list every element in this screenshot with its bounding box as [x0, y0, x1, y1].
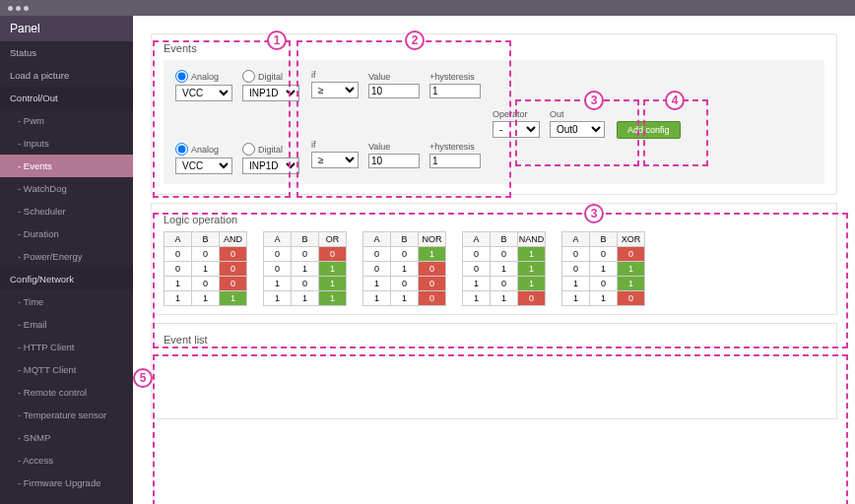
logic-table-nor: ABNOR001010100110 [362, 231, 446, 306]
logic-th: AND [220, 232, 247, 247]
logic-row: 101 [562, 277, 645, 291]
add-config-button[interactable]: Add config [617, 121, 681, 139]
sidebar-sub-httpclient[interactable]: - HTTP Client [0, 336, 133, 358]
sidebar-sub-events[interactable]: - Events [0, 155, 133, 177]
value-label: Value [368, 72, 420, 82]
add-group: Add config [617, 70, 681, 139]
logic-th: B [391, 232, 419, 247]
logic-row: 110 [463, 291, 546, 306]
sidebar-sub-temp[interactable]: - Temperature sensor [0, 404, 133, 426]
logic-row: 011 [562, 262, 645, 277]
events-panel: Events Analog VCC [151, 33, 837, 195]
eventlist-title: Event list [164, 334, 824, 346]
logic-th: B [292, 232, 319, 247]
sidebar-sub-powerenergy[interactable]: - Power/Energy [0, 245, 133, 268]
operator-label: Operator [493, 109, 540, 119]
logic-tables: ABAND000010100111ABOR000011101111ABNOR00… [164, 231, 824, 306]
digital-select-b[interactable]: INP1D [242, 158, 299, 174]
callout-circle-5: 5 [133, 368, 153, 388]
digital-select-a[interactable]: INP1D [242, 85, 299, 101]
logic-row: 101 [264, 277, 347, 291]
value-input-a[interactable] [368, 84, 420, 98]
logic-row: 000 [164, 247, 247, 262]
logic-table-xor: ABXOR000011101110 [561, 231, 645, 306]
logic-row: 110 [562, 291, 645, 306]
out-label: Out [550, 109, 605, 119]
source-row-b: Analog VCC Digital INP1D [175, 143, 299, 174]
value-input-b[interactable] [368, 154, 420, 168]
logic-row: 011 [463, 262, 546, 277]
logic-row: 100 [363, 277, 446, 291]
digital-radio-input[interactable] [242, 143, 255, 156]
sidebar-item-loadpic[interactable]: Load a picture [0, 64, 133, 87]
hyst-label: +hysteresis [429, 72, 481, 82]
logic-th: A [264, 232, 292, 247]
logic-table-and: ABAND000010100111 [164, 231, 247, 306]
logic-row: 111 [164, 291, 247, 306]
if-select-b[interactable]: ≥ [311, 152, 359, 168]
logic-title: Logic operation [164, 214, 824, 225]
digital-radio-a[interactable]: Digital [242, 70, 283, 83]
window-dot [16, 6, 21, 11]
logic-th: XOR [618, 232, 645, 247]
sidebar-cat-confignetwork[interactable]: Config/Network [0, 268, 133, 290]
digital-radio-input[interactable] [242, 70, 255, 83]
logic-th: A [463, 232, 491, 247]
hyst-input-a[interactable] [429, 84, 481, 98]
sidebar-header: Panel [0, 16, 133, 41]
sidebar-sub-time[interactable]: - Time [0, 290, 133, 313]
logic-th: B [491, 232, 518, 247]
analog-label: Analog [191, 72, 219, 82]
if-select-a[interactable]: ≥ [311, 82, 359, 98]
window-titlebar [0, 0, 855, 16]
out-select[interactable]: Out0 [550, 121, 605, 138]
sidebar: Panel Status Load a picture Control/Out … [0, 16, 133, 504]
window-dot [8, 6, 13, 11]
digital-label: Digital [258, 72, 283, 82]
source-group: Analog VCC Digital INP1D [175, 70, 299, 174]
logic-table-or: ABOR000011101111 [263, 231, 347, 306]
logic-th: A [562, 232, 590, 247]
sidebar-sub-access[interactable]: - Access [0, 449, 133, 472]
logic-th: B [192, 232, 220, 247]
logic-th: NOR [419, 232, 446, 247]
logic-th: NAND [518, 232, 546, 247]
sidebar-item-status[interactable]: Status [0, 41, 133, 64]
sidebar-cat-controlout[interactable]: Control/Out [0, 87, 133, 109]
sidebar-sub-pwm[interactable]: - Pwm [0, 109, 133, 132]
logic-row: 100 [164, 277, 247, 291]
sidebar-sub-snmp[interactable]: - SNMP [0, 426, 133, 449]
logic-row: 011 [264, 262, 347, 277]
logic-th: A [363, 232, 391, 247]
analog-radio-input[interactable] [175, 70, 188, 83]
if-label: if [311, 70, 359, 80]
logic-row: 010 [164, 262, 247, 277]
sidebar-sub-scheduler[interactable]: - Scheduler [0, 200, 133, 222]
analog-select-b[interactable]: VCC [175, 158, 232, 174]
sidebar-sub-firmware[interactable]: - Firmware Upgrade [0, 472, 133, 494]
analog-select-a[interactable]: VCC [175, 85, 232, 101]
logic-th: A [164, 232, 192, 247]
eventlist-panel: Event list [151, 323, 837, 419]
logic-th: OR [319, 232, 347, 247]
analog-radio-b[interactable]: Analog [175, 143, 219, 156]
sidebar-sub-inputs[interactable]: - Inputs [0, 132, 133, 155]
source-row-a: Analog VCC Digital INP1D [175, 70, 299, 101]
logic-row: 000 [264, 247, 347, 262]
digital-radio-b[interactable]: Digital [242, 143, 283, 156]
sidebar-sub-mqttclient[interactable]: - MQTT Client [0, 358, 133, 381]
hyst-input-b[interactable] [429, 154, 481, 168]
operator-out-group: Operator- OutOut0 [493, 70, 605, 138]
events-title: Events [164, 42, 824, 54]
sidebar-sub-watchdog[interactable]: - WatchDog [0, 177, 133, 200]
sidebar-sub-remotecontrol[interactable]: - Remote control [0, 381, 133, 404]
logic-panel: Logic operation ABAND000010100111ABOR000… [151, 203, 837, 315]
window-dot [24, 6, 29, 11]
analog-radio-input[interactable] [175, 143, 188, 156]
analog-radio-a[interactable]: Analog [175, 70, 219, 83]
operator-select[interactable]: - [493, 121, 540, 138]
logic-row: 010 [363, 262, 446, 277]
sidebar-sub-email[interactable]: - Email [0, 313, 133, 336]
sidebar-sub-duration[interactable]: - Duration [0, 222, 133, 245]
logic-row: 111 [264, 291, 347, 306]
